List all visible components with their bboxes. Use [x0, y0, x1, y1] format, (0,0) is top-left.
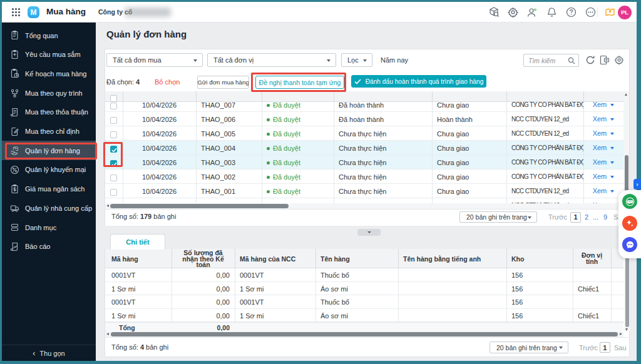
sidebar-item-8[interactable]: Quản lý khuyến mại — [2, 160, 96, 179]
orders-icon — [10, 146, 19, 155]
detail-row-4[interactable]: 1 Sơ mi0,001 Sơ miÁo sơ mi156Chiếc1 — [105, 309, 623, 323]
sidebar-item-1[interactable]: Tổng quan — [2, 26, 96, 45]
xem-link[interactable]: Xem — [593, 129, 607, 137]
row-action-xem[interactable]: Xem — [583, 129, 623, 137]
sidebar-item-7[interactable]: Quản lý đơn hàng — [2, 141, 96, 160]
detail-prev-button[interactable]: Trước — [579, 344, 598, 351]
sidebar-item-2[interactable]: Yêu cầu mua sắm — [2, 45, 96, 64]
scroll-left-arrow[interactable] — [106, 333, 109, 335]
sidebar-item-6[interactable]: Mua theo chỉ định — [2, 122, 96, 141]
search-input[interactable] — [528, 57, 568, 64]
ai-assistant-button[interactable] — [622, 216, 637, 231]
detail-col-kho: Kho — [511, 255, 524, 263]
detail-hscrollbar[interactable] — [105, 331, 623, 337]
orders-vscrollbar[interactable] — [623, 91, 629, 203]
row-action-xem[interactable]: Xem — [583, 158, 623, 166]
table-settings-icon[interactable] — [614, 55, 624, 68]
row-checkbox[interactable] — [110, 102, 117, 112]
sidebar-item-9[interactable]: Giá mua ngân sách — [2, 179, 96, 199]
orders-per-page-dropdown[interactable]: 20 bản ghi trên trang — [459, 211, 537, 223]
order-row-THAO_004[interactable]: 10/04/2026THAO_004Đã duyệtChưa thực hiện… — [105, 141, 623, 155]
xem-link[interactable]: Xem — [593, 115, 607, 123]
detail-row-3[interactable]: 0001VT0,000001VTThuốc bổ156 — [105, 295, 623, 309]
xem-link[interactable]: Xem — [593, 158, 607, 166]
order-type-dropdown[interactable]: Tất cả đơn mua — [106, 53, 203, 67]
messenger-button[interactable] — [622, 237, 637, 252]
orders-page-ellipsis[interactable]: ... — [593, 213, 598, 221]
xem-link[interactable]: Xem — [593, 173, 607, 180]
add-user-icon[interactable] — [525, 2, 540, 23]
export-excel-icon[interactable] — [600, 55, 610, 68]
detail-per-page-dropdown[interactable]: 20 bản ghi trên trang — [490, 341, 568, 353]
order-row-THAO_001[interactable]: 10/04/2026THAO_001Đã duyệtChưa thực hiện… — [105, 184, 623, 198]
xem-link[interactable]: Xem — [593, 102, 607, 108]
detail-row-1[interactable]: 0001VT0,000001VTThuốc bổ156 — [105, 268, 623, 282]
order-row-THAO_005[interactable]: 10/04/2026THAO_005Đã duyệtChưa thực hiện… — [105, 126, 623, 141]
row-checkbox[interactable] — [110, 173, 117, 184]
sidebar-item-10[interactable]: Quản lý nhà cung cấp — [2, 198, 96, 218]
send-order-button[interactable]: Gửi đơn mua hàng — [197, 76, 249, 89]
xem-link[interactable]: Xem — [593, 187, 607, 195]
orders-hscrollbar[interactable] — [105, 203, 623, 209]
app-logo[interactable]: M — [28, 6, 39, 18]
scroll-right-arrow[interactable] — [620, 333, 622, 335]
apps-grid-icon[interactable] — [8, 2, 23, 23]
more-icon[interactable] — [583, 2, 598, 23]
time-range-label[interactable]: Năm nay — [381, 56, 408, 64]
sidebar-item-12[interactable]: Báo cáo — [2, 237, 96, 256]
order-row-THAO_007[interactable]: 10/04/2026THAO_007Đã duyệtĐã hoàn thànhC… — [105, 102, 623, 112]
refresh-icon[interactable] — [585, 55, 595, 68]
orders-prev-button[interactable]: Trước — [548, 213, 567, 221]
whats-new-icon[interactable] — [602, 2, 617, 23]
row-action-xem[interactable]: Xem — [583, 173, 623, 180]
orders-page-1[interactable]: 1 — [570, 212, 581, 223]
scroll-down-arrow[interactable] — [625, 328, 628, 331]
sidebar-item-4[interactable]: Mua theo quy trình — [2, 83, 96, 103]
order-row-THAO_003[interactable]: 10/04/2026THAO_003Đã duyệtChưa thực hiện… — [105, 155, 623, 169]
detail-row-2[interactable]: 1 Sơ mi0,001 Sơ miÁo sơ mi156Chiếc1 — [105, 282, 623, 296]
request-payment-button[interactable]: Đề nghị thanh toán tạm ứng — [255, 76, 344, 89]
expand-panel-tab[interactable]: › — [633, 179, 641, 190]
mark-delivery-complete-button[interactable]: Đánh dấu hoàn thành quá trình giao hàng — [351, 75, 486, 88]
avatar[interactable]: PL — [618, 6, 632, 19]
order-row-THAO_002[interactable]: 10/04/2026THAO_002Đã duyệtChưa thực hiện… — [105, 169, 623, 184]
orders-page-9[interactable]: 9 — [603, 213, 607, 221]
row-checkbox[interactable] — [110, 144, 117, 155]
scroll-left-arrow[interactable] — [106, 205, 109, 207]
unit-dropdown[interactable]: Tất cả đơn vị — [207, 53, 336, 67]
tab-chi-tiet[interactable]: Chi tiết — [110, 234, 165, 250]
clear-selection-button[interactable]: Bỏ chọn — [155, 78, 180, 86]
detail-vscrollbar[interactable] — [624, 250, 630, 331]
row-checkbox[interactable] — [110, 115, 117, 126]
gear-icon[interactable] — [505, 2, 520, 23]
sidebar-item-3[interactable]: Kế hoạch mua hàng — [2, 64, 96, 83]
splitter-handle[interactable] — [357, 229, 381, 236]
row-action-xem[interactable]: Xem — [583, 144, 623, 151]
detail-next-button[interactable]: Sau — [614, 344, 627, 351]
row-action-xem[interactable]: Xem — [583, 115, 623, 123]
orders-page-2[interactable]: 2 — [585, 213, 588, 221]
row-checkbox[interactable] — [110, 187, 117, 198]
detail-hscroll-thumb[interactable] — [111, 332, 618, 336]
xem-link[interactable]: Xem — [593, 144, 607, 151]
row-action-xem[interactable]: Xem — [583, 187, 623, 195]
sidebar-collapse-button[interactable]: ‹ Thu gọn — [2, 345, 96, 361]
row-checkbox[interactable] — [110, 129, 117, 141]
search-icon[interactable] — [568, 57, 575, 64]
help-icon[interactable] — [563, 2, 578, 23]
order-row-THAO_006[interactable]: 10/04/2026THAO_006Đã duyệtĐã hoàn thànhH… — [105, 112, 623, 126]
zalo-chat-button[interactable] — [622, 194, 637, 209]
detail-page-1[interactable]: 1 — [600, 342, 610, 353]
bell-icon[interactable] — [544, 2, 559, 23]
detail-col-unit: Đơn vị tính — [579, 252, 605, 265]
filter-button[interactable]: Lọc — [341, 53, 372, 67]
scroll-up-arrow[interactable] — [625, 93, 627, 96]
row-action-xem[interactable]: Xem — [583, 102, 623, 108]
col-separator — [172, 249, 172, 268]
product-search-icon[interactable] — [486, 2, 501, 23]
detail-vscroll-thumb[interactable] — [625, 257, 629, 327]
row-checkbox[interactable] — [110, 158, 117, 169]
sidebar-item-5[interactable]: Mua theo thỏa thuận — [2, 103, 96, 122]
sidebar-item-11[interactable]: Danh mục — [2, 218, 96, 237]
orders-hscroll-thumb[interactable] — [110, 204, 289, 208]
